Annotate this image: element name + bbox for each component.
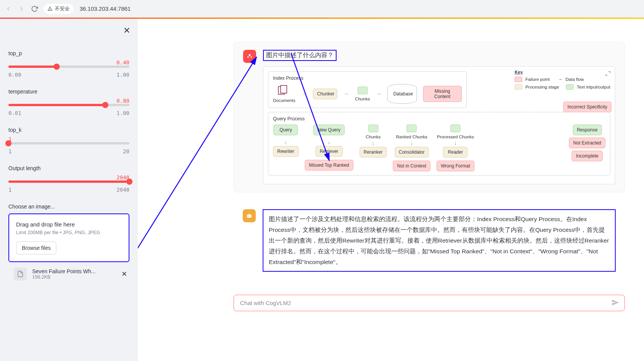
slider-value: 0.40 [8, 59, 129, 66]
bot-response: 图片描述了一个涉及文档处理和信息检索的流程。该流程分为两个主要部分：Index … [263, 209, 616, 272]
database-node: Database [387, 84, 417, 104]
svg-point-3 [247, 56, 249, 58]
svg-point-2 [249, 54, 251, 56]
slider-label: Output length [8, 165, 129, 171]
file-picker-label: Choose an image... [8, 203, 129, 210]
new-query-node: New Query [313, 125, 345, 135]
slider-value: 0.80 [8, 98, 129, 104]
index-title: Index Process [273, 75, 462, 81]
upload-hint: Limit 200MB per file • JPG, PNG, JPEG [16, 230, 122, 235]
close-icon[interactable]: ✕ [123, 26, 130, 36]
rewriter-node: Rewriter [273, 146, 299, 157]
key-flow: Data flow [566, 77, 584, 82]
send-icon[interactable] [611, 299, 619, 307]
incomplete-fail: Incomplete [572, 151, 603, 161]
query-title: Query Process [273, 116, 605, 121]
chat-placeholder: Chat with CogVLM2 [240, 300, 291, 306]
slider-max: 2048 [116, 187, 129, 193]
key-stage: Processing stage [525, 85, 559, 89]
missed-top-fail: Missed Top Ranked [305, 160, 353, 171]
missing-content-fail: Missing Content [423, 86, 461, 102]
chunker-node: Chunker [313, 89, 337, 99]
slider-min: 1 [8, 187, 11, 193]
retriever-node: Retriever [315, 146, 343, 157]
slider-value: 2048 [8, 174, 129, 180]
browser-toolbar: 不安全 36.103.203.44:7861 [0, 0, 644, 18]
slider-value: 1 [8, 136, 129, 142]
address-url[interactable]: 36.103.203.44:7861 [80, 5, 131, 12]
remove-file-button[interactable]: ✕ [121, 270, 127, 278]
not-in-context-fail: Not in Context [393, 161, 430, 171]
query-node: Query [273, 125, 298, 135]
chat-input[interactable]: Chat with CogVLM2 [234, 295, 625, 311]
slider-min: 1 [8, 148, 11, 154]
slider-top-p: top_p 0.40 0.001.00 [8, 50, 129, 78]
slider-label: top_p [8, 50, 129, 56]
nav-back-button[interactable] [5, 5, 12, 13]
slider-temperature: temperature 0.80 0.011.00 [8, 89, 129, 116]
reranker-node: Reranker [360, 147, 387, 158]
key-failure: Failure point [525, 77, 549, 82]
file-icon [14, 267, 27, 281]
slider-track[interactable] [8, 104, 129, 106]
slider-track[interactable] [8, 180, 129, 183]
query-process-box: Incorrect Specificity Query Process Quer… [268, 112, 610, 176]
slider-output-length: Output length 2048 12048 [8, 165, 129, 193]
slider-max: 1.00 [116, 72, 129, 78]
slider-track[interactable] [8, 66, 129, 68]
file-size: 156.2KB [32, 274, 116, 280]
index-process-box: Index Process Documents → Chunker → Chun… [268, 71, 467, 108]
file-upload-dropzone[interactable]: Drag and drop file here Limit 200MB per … [8, 213, 129, 262]
warning-icon [47, 6, 52, 11]
svg-rect-6 [281, 85, 287, 93]
user-avatar-icon [243, 50, 256, 63]
diagram-key: Key Failure point→Data flow Processing s… [515, 70, 610, 90]
svg-point-9 [250, 216, 250, 217]
reader-node: Reader [443, 147, 467, 158]
browse-files-button[interactable]: Browse files [16, 241, 56, 254]
key-title: Key [515, 70, 523, 74]
nav-forward-button[interactable] [18, 5, 25, 13]
consolidator-node: Consolidator [395, 147, 429, 158]
uploaded-file-row: Seven Failure Points Wh... 156.2KB ✕ [8, 262, 129, 281]
slider-label: temperature [8, 89, 129, 95]
incorrect-specificity-fail: Incorrect Specificity [563, 102, 611, 112]
svg-point-1 [50, 10, 50, 10]
upload-title: Drag and drop file here [16, 221, 122, 228]
nav-reload-button[interactable] [31, 5, 38, 13]
uploaded-image-diagram: Key Failure point→Data flow Processing s… [263, 66, 615, 184]
bot-avatar-icon [243, 209, 256, 222]
slider-label: top_k [8, 127, 129, 133]
svg-rect-7 [247, 215, 252, 218]
slider-max: 1.00 [116, 110, 129, 116]
chat-message-user: 图片中描述了什么内容？ Key Failure point→Data flow … [234, 42, 625, 192]
svg-point-4 [250, 56, 252, 58]
not-extracted-fail: Not Extracted [569, 138, 605, 148]
slider-top-k: top_k 1 120 [8, 127, 129, 154]
slider-track[interactable] [8, 142, 129, 144]
slider-min: 0.01 [8, 110, 21, 116]
main-chat: 图片中描述了什么内容？ Key Failure point→Data flow … [138, 19, 644, 361]
sidebar: ✕ top_p 0.40 0.001.00 temperature 0.80 0… [0, 19, 138, 361]
svg-point-8 [248, 216, 248, 217]
wrong-format-fail: Wrong Format [436, 161, 474, 171]
user-question: 图片中描述了什么内容？ [263, 50, 337, 61]
file-name: Seven Failure Points Wh... [32, 268, 116, 274]
documents-icon [278, 85, 291, 96]
key-text: Text intput/output [577, 85, 610, 89]
security-badge[interactable]: 不安全 [44, 4, 74, 14]
slider-min: 0.00 [8, 72, 21, 78]
slider-max: 20 [123, 148, 129, 154]
chat-message-bot: 图片描述了一个涉及文档处理和信息检索的流程。该流程分为两个主要部分：Index … [234, 202, 625, 279]
security-label: 不安全 [55, 5, 70, 12]
chat-input-container: Chat with CogVLM2 [234, 295, 625, 311]
response-node: Response [573, 125, 602, 135]
